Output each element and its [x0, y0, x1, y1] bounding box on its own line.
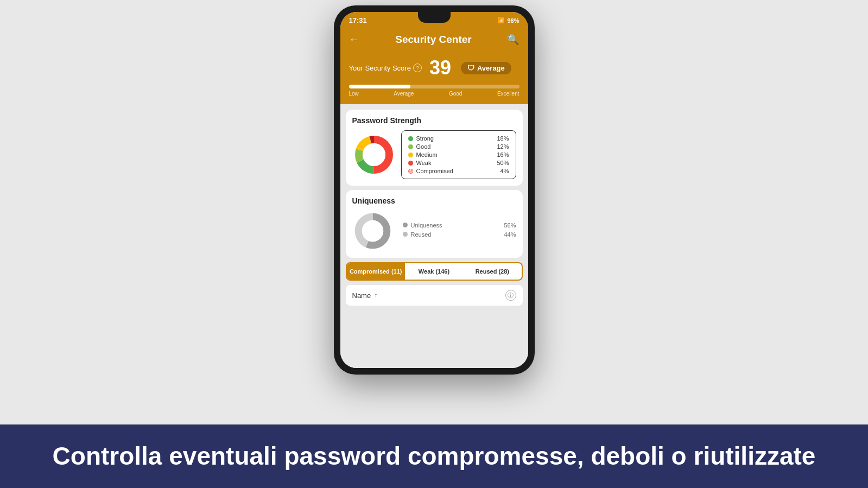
label-compromised: Compromised — [416, 168, 453, 174]
uniqueness-donut-center — [362, 220, 383, 242]
header-title: Security Center — [395, 34, 471, 46]
value-compromised: 4% — [500, 168, 509, 174]
uniqueness-donut-chart — [352, 211, 393, 251]
page-wrapper: 17:31 📶 98% ← Security Center 🔍 Your Sec… — [0, 0, 868, 488]
score-badge-label: Average — [477, 64, 505, 72]
donut-svg — [352, 133, 396, 176]
dot-uniqueness — [403, 223, 408, 227]
status-time: 17:31 — [349, 16, 367, 24]
legend-item-compromised: ⊘ Compromised 4% — [408, 168, 509, 174]
label-good: Good — [449, 91, 462, 97]
password-strength-body: Strong 18% Good 12% — [352, 130, 516, 179]
uniqueness-title: Uniqueness — [352, 197, 516, 205]
sort-icon[interactable]: ↑ — [374, 291, 377, 299]
content-area: Password Strength — [340, 104, 528, 368]
password-strength-card: Password Strength — [346, 110, 523, 186]
help-icon[interactable]: ? — [413, 64, 422, 72]
value-uniqueness: 56% — [504, 222, 516, 229]
label-excellent: Excellent — [497, 91, 519, 97]
legend-item-good: Good 12% — [408, 143, 509, 150]
bottom-banner-text: Controlla eventuali password compromesse… — [43, 441, 825, 472]
label-weak: Weak — [416, 160, 432, 166]
password-strength-title: Password Strength — [352, 116, 516, 125]
status-bar: 17:31 📶 98% — [340, 12, 528, 28]
label-reused: Reused — [411, 231, 432, 238]
legend-item-medium: Medium 16% — [408, 151, 509, 158]
label-strong: Strong — [416, 135, 434, 142]
uniqueness-card: Uniqueness — [346, 190, 523, 258]
bottom-banner: Controlla eventuali password compromesse… — [0, 424, 868, 489]
table-header: Name ↑ ⓘ — [346, 285, 523, 306]
score-badge: 🛡 Average — [461, 62, 511, 74]
dot-reused — [403, 232, 408, 237]
score-row: Your Security Score ? 39 🛡 Average — [349, 56, 519, 79]
progress-bar-container: Low Average Good Excellent — [349, 85, 519, 97]
score-number: 39 — [429, 56, 451, 79]
name-column-label: Name — [352, 291, 371, 300]
label-low: Low — [349, 91, 359, 97]
password-donut-chart — [352, 133, 396, 176]
notch — [418, 12, 451, 23]
app-header: ← Security Center 🔍 — [340, 28, 528, 52]
score-label: Your Security Score ? — [349, 64, 422, 72]
info-icon[interactable]: ⓘ — [505, 290, 516, 301]
uniqueness-item-reused: Reused 44% — [403, 231, 516, 238]
value-medium: 16% — [497, 151, 509, 158]
uniqueness-body: Uniqueness 56% Reused 44% — [352, 211, 516, 251]
tab-weak[interactable]: Weak (146) — [405, 263, 463, 280]
progress-fill — [349, 85, 410, 88]
label-average: Average — [394, 91, 414, 97]
uniqueness-item-unique: Uniqueness 56% — [403, 222, 516, 229]
progress-track — [349, 85, 519, 88]
label-good-pw: Good — [416, 143, 431, 150]
legend-item-strong: Strong 18% — [408, 135, 509, 142]
label-medium: Medium — [416, 151, 438, 158]
dot-compromised: ⊘ — [408, 169, 413, 174]
dot-strong — [408, 136, 413, 141]
shield-icon: 🛡 — [467, 64, 474, 72]
phone-screen: 17:31 📶 98% ← Security Center 🔍 Your Sec… — [340, 12, 528, 368]
value-weak: 50% — [497, 160, 509, 166]
uniqueness-legend: Uniqueness 56% Reused 44% — [398, 222, 516, 240]
dot-good — [408, 144, 413, 149]
phone-frame: 17:31 📶 98% ← Security Center 🔍 Your Sec… — [334, 5, 535, 375]
status-icons: 📶 98% — [497, 17, 519, 24]
value-good: 12% — [497, 143, 509, 150]
search-button[interactable]: 🔍 — [507, 34, 519, 46]
tab-reused[interactable]: Reused (28) — [463, 263, 521, 280]
legend-item-weak: Weak 50% — [408, 160, 509, 166]
battery-icon: 98% — [507, 17, 519, 24]
value-reused: 44% — [504, 231, 516, 238]
label-uniqueness: Uniqueness — [411, 222, 442, 229]
bluetooth-icon: 📶 — [497, 17, 505, 24]
password-legend-popup: Strong 18% Good 12% — [401, 130, 516, 179]
dot-medium — [408, 153, 413, 157]
donut-center — [363, 143, 385, 166]
tab-compromised[interactable]: Compromised (11) — [347, 263, 405, 280]
back-button[interactable]: ← — [349, 33, 360, 46]
score-section: Your Security Score ? 39 🛡 Average Low — [340, 52, 528, 104]
table-header-left: Name ↑ — [352, 291, 378, 300]
tabs-bar: Compromised (11) Weak (146) Reused (28) — [346, 262, 523, 281]
value-strong: 18% — [497, 135, 509, 142]
uniqueness-svg — [352, 211, 393, 251]
dot-weak — [408, 161, 413, 166]
progress-labels: Low Average Good Excellent — [349, 91, 519, 97]
